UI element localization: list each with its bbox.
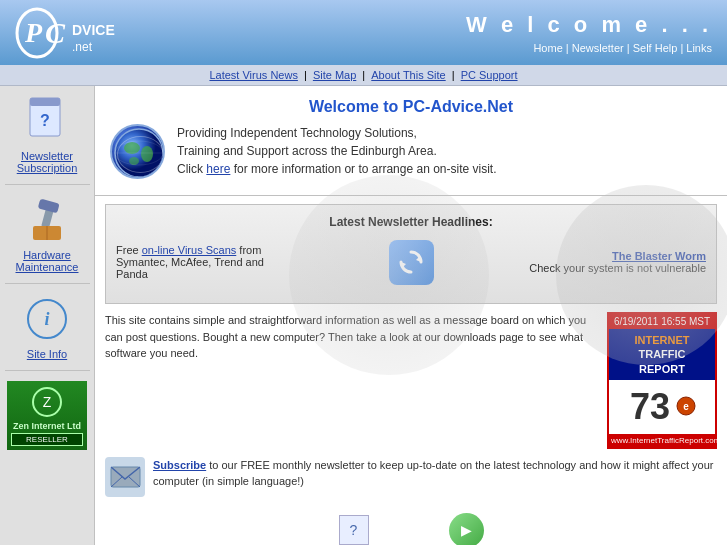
- globe-icon: [110, 124, 165, 179]
- svg-text:C: C: [45, 16, 66, 49]
- welcome-text: Providing Independent Technology Solutio…: [177, 124, 497, 178]
- newsletter-content: Free on-line Virus Scans fromSymantec, M…: [116, 237, 706, 287]
- info-text: This site contains simple and straightfo…: [105, 312, 599, 449]
- traffic-number: 73: [628, 384, 672, 430]
- siteinfo-icon: i: [27, 299, 67, 339]
- traffic-footer: www.InternetTrafficReport.com: [609, 434, 715, 447]
- traffic-logo: INTERNET TRAFFIC REPORT: [609, 329, 715, 380]
- virus-scan-link[interactable]: on-line Virus Scans: [142, 244, 237, 256]
- traffic-number-row: 73 e: [609, 380, 715, 434]
- logo-area: P C DVICE .net: [15, 5, 125, 60]
- sidebar: ? NewsletterSubscription HardwareMainten…: [0, 86, 95, 545]
- topnav-sitemap[interactable]: Site Map: [313, 69, 356, 81]
- newsletter-label: NewsletterSubscription: [17, 150, 78, 174]
- zen-reseller-badge: RESELLER: [11, 433, 83, 446]
- info-section: This site contains simple and straightfo…: [105, 312, 717, 449]
- subscribe-link[interactable]: Subscribe: [153, 459, 206, 471]
- svg-point-14: [141, 146, 153, 162]
- svg-text:?: ?: [40, 112, 50, 129]
- svg-point-13: [124, 142, 140, 154]
- bottom-row: ? ▶: [95, 505, 727, 545]
- site-logo: P C DVICE .net: [15, 5, 125, 60]
- main-layout: ? NewsletterSubscription HardwareMainten…: [0, 86, 727, 545]
- newsletter-right: The Blaster Worm Check your system is no…: [444, 250, 706, 274]
- svg-text:.net: .net: [72, 40, 93, 54]
- topnav-virus[interactable]: Latest Virus News: [209, 69, 297, 81]
- header-nav: Home | Newsletter | Self Help | Links: [466, 42, 712, 54]
- newsletter-center: [386, 237, 436, 287]
- welcome-title: Welcome to PC-Advice.Net: [110, 98, 712, 116]
- header-right: W e l c o m e . . . Home | Newsletter | …: [466, 12, 712, 54]
- hardware-label: HardwareMaintenance: [16, 249, 79, 273]
- svg-rect-6: [30, 98, 60, 106]
- siteinfo-label: Site Info: [27, 348, 67, 360]
- header: P C DVICE .net W e l c o m e . . . Home …: [0, 0, 727, 65]
- nav-links[interactable]: Links: [686, 42, 712, 54]
- welcome-section: Welcome to PC-Advice.Net: [95, 86, 727, 187]
- nav-home[interactable]: Home: [533, 42, 562, 54]
- blaster-worm-link[interactable]: The Blaster Worm: [612, 250, 706, 262]
- main-content: Welcome to PC-Advice.Net: [95, 86, 727, 545]
- traffic-widget: 6/19/2011 16:55 MST INTERNET TRAFFIC REP…: [607, 312, 717, 449]
- subscribe-text: Subscribe to our FREE monthly newsletter…: [153, 457, 717, 490]
- svg-text:P: P: [24, 17, 43, 48]
- zen-circle-icon: Z: [32, 387, 62, 417]
- svg-text:DVICE: DVICE: [72, 22, 115, 38]
- sidebar-item-newsletter[interactable]: ? NewsletterSubscription: [5, 96, 90, 185]
- subscribe-section: Subscribe to our FREE monthly newsletter…: [105, 457, 717, 497]
- sidebar-item-hardware[interactable]: HardwareMaintenance: [5, 195, 90, 284]
- svg-text:e: e: [683, 401, 689, 412]
- zen-name: Zen Internet Ltd: [11, 421, 83, 431]
- header-welcome: W e l c o m e . . .: [466, 12, 712, 38]
- traffic-header: 6/19/2011 16:55 MST: [609, 314, 715, 329]
- topnav-pcsupport[interactable]: PC Support: [461, 69, 518, 81]
- nav-selfhelp[interactable]: Self Help: [633, 42, 678, 54]
- svg-point-15: [129, 157, 139, 165]
- here-link[interactable]: here: [206, 162, 230, 176]
- newsletter-box: Latest Newsletter Headlines: Free on-lin…: [105, 204, 717, 304]
- newsletter-icon-container: ?: [22, 96, 72, 146]
- sidebar-item-siteinfo[interactable]: i Site Info: [5, 294, 90, 371]
- newsletter-left: Free on-line Virus Scans fromSymantec, M…: [116, 244, 378, 280]
- welcome-body: Providing Independent Technology Solutio…: [110, 124, 712, 179]
- subscribe-icon: [105, 457, 145, 497]
- question-bottom-icon[interactable]: ?: [339, 515, 369, 545]
- refresh-icon: [389, 240, 434, 285]
- top-navigation: Latest Virus News | Site Map | About Thi…: [0, 65, 727, 86]
- nav-newsletter[interactable]: Newsletter: [572, 42, 624, 54]
- newsletter-icon: ?: [25, 96, 70, 146]
- divider-1: [95, 195, 727, 196]
- topnav-about[interactable]: About This Site: [371, 69, 445, 81]
- hardware-icon-container: [22, 195, 72, 245]
- sidebar-item-zen[interactable]: Z Zen Internet Ltd RESELLER: [5, 381, 90, 460]
- zen-box: Z Zen Internet Ltd RESELLER: [7, 381, 87, 450]
- play-button[interactable]: ▶: [449, 513, 484, 545]
- hardware-icon: [25, 198, 70, 243]
- siteinfo-icon-container: i: [22, 294, 72, 344]
- svg-point-12: [115, 129, 163, 177]
- svg-point-16: [115, 141, 163, 165]
- traffic-e-icon: e: [676, 396, 696, 418]
- newsletter-headline: Latest Newsletter Headlines:: [116, 215, 706, 229]
